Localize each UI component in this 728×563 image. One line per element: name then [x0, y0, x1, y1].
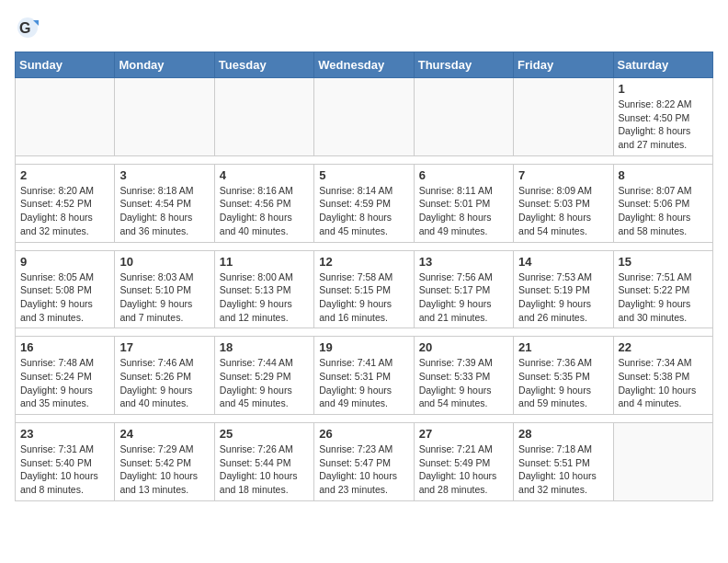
calendar-week-2: 2Sunrise: 8:20 AM Sunset: 4:52 PM Daylig…	[16, 164, 713, 242]
day-number: 7	[518, 168, 608, 182]
calendar-cell: 3Sunrise: 8:18 AM Sunset: 4:54 PM Daylig…	[115, 164, 214, 242]
calendar-week-3: 9Sunrise: 8:05 AM Sunset: 5:08 PM Daylig…	[16, 250, 713, 328]
day-header-monday: Monday	[115, 52, 214, 78]
day-number: 11	[220, 255, 309, 269]
day-info: Sunrise: 8:20 AM Sunset: 4:52 PM Dayligh…	[20, 184, 109, 238]
day-info: Sunrise: 7:51 AM Sunset: 5:22 PM Dayligh…	[619, 270, 708, 325]
calendar-cell: 24Sunrise: 7:29 AM Sunset: 5:42 PM Dayli…	[115, 423, 214, 501]
day-header-saturday: Saturday	[613, 52, 712, 78]
calendar-cell: 27Sunrise: 7:21 AM Sunset: 5:49 PM Dayli…	[414, 423, 513, 501]
calendar-cell: 23Sunrise: 7:31 AM Sunset: 5:40 PM Dayli…	[16, 423, 115, 501]
day-info: Sunrise: 7:31 AM Sunset: 5:40 PM Dayligh…	[20, 442, 109, 497]
calendar-cell: 21Sunrise: 7:36 AM Sunset: 5:35 PM Dayli…	[514, 337, 613, 415]
day-number: 4	[220, 168, 309, 182]
day-number: 1	[619, 82, 708, 96]
calendar-cell: 26Sunrise: 7:23 AM Sunset: 5:47 PM Dayli…	[314, 423, 414, 501]
day-number: 21	[518, 340, 608, 354]
calendar-cell: 22Sunrise: 7:34 AM Sunset: 5:38 PM Dayli…	[613, 337, 712, 415]
calendar-week-4: 16Sunrise: 7:48 AM Sunset: 5:24 PM Dayli…	[16, 337, 713, 415]
calendar-cell	[115, 78, 214, 156]
calendar-cell: 10Sunrise: 8:03 AM Sunset: 5:10 PM Dayli…	[115, 250, 214, 328]
day-info: Sunrise: 7:36 AM Sunset: 5:35 PM Dayligh…	[518, 356, 608, 410]
day-number: 23	[20, 427, 109, 441]
day-number: 6	[419, 168, 508, 182]
day-info: Sunrise: 7:44 AM Sunset: 5:29 PM Dayligh…	[220, 356, 309, 410]
calendar-cell: 16Sunrise: 7:48 AM Sunset: 5:24 PM Dayli…	[16, 337, 115, 415]
day-header-friday: Friday	[514, 52, 613, 78]
calendar-cell: 14Sunrise: 7:53 AM Sunset: 5:19 PM Dayli…	[514, 250, 613, 328]
day-header-wednesday: Wednesday	[314, 52, 414, 78]
calendar-cell: 13Sunrise: 7:56 AM Sunset: 5:17 PM Dayli…	[414, 250, 513, 328]
day-header-tuesday: Tuesday	[214, 52, 313, 78]
day-info: Sunrise: 8:14 AM Sunset: 4:59 PM Dayligh…	[319, 184, 408, 238]
day-number: 14	[518, 255, 608, 269]
calendar-cell: 1Sunrise: 8:22 AM Sunset: 4:50 PM Daylig…	[613, 78, 712, 156]
week-spacer	[16, 415, 713, 423]
logo-icon: G	[15, 15, 40, 40]
day-number: 28	[518, 427, 608, 441]
day-number: 16	[20, 340, 109, 354]
calendar-cell: 25Sunrise: 7:26 AM Sunset: 5:44 PM Dayli…	[214, 423, 313, 501]
calendar-cell: 11Sunrise: 8:00 AM Sunset: 5:13 PM Dayli…	[214, 250, 313, 328]
calendar-cell: 5Sunrise: 8:14 AM Sunset: 4:59 PM Daylig…	[314, 164, 414, 242]
day-info: Sunrise: 7:23 AM Sunset: 5:47 PM Dayligh…	[319, 442, 408, 497]
day-info: Sunrise: 8:22 AM Sunset: 4:50 PM Dayligh…	[619, 98, 708, 152]
day-info: Sunrise: 7:53 AM Sunset: 5:19 PM Dayligh…	[518, 270, 608, 325]
day-number: 25	[220, 427, 309, 441]
calendar-week-1: 1Sunrise: 8:22 AM Sunset: 4:50 PM Daylig…	[16, 78, 713, 156]
day-number: 5	[319, 168, 408, 182]
day-number: 24	[119, 427, 209, 441]
calendar-cell	[414, 78, 513, 156]
calendar-cell: 4Sunrise: 8:16 AM Sunset: 4:56 PM Daylig…	[214, 164, 313, 242]
calendar-cell: 7Sunrise: 8:09 AM Sunset: 5:03 PM Daylig…	[514, 164, 613, 242]
day-header-thursday: Thursday	[414, 52, 513, 78]
day-info: Sunrise: 7:56 AM Sunset: 5:17 PM Dayligh…	[419, 270, 508, 325]
week-spacer	[16, 155, 713, 164]
day-number: 26	[319, 427, 408, 441]
day-info: Sunrise: 7:26 AM Sunset: 5:44 PM Dayligh…	[220, 442, 309, 497]
day-info: Sunrise: 8:05 AM Sunset: 5:08 PM Dayligh…	[20, 270, 109, 325]
calendar-header-row: SundayMondayTuesdayWednesdayThursdayFrid…	[16, 52, 713, 78]
calendar-cell: 20Sunrise: 7:39 AM Sunset: 5:33 PM Dayli…	[414, 337, 513, 415]
day-info: Sunrise: 7:39 AM Sunset: 5:33 PM Dayligh…	[419, 356, 508, 410]
day-number: 3	[119, 168, 209, 182]
svg-text:G: G	[19, 20, 30, 36]
day-number: 8	[619, 168, 708, 182]
calendar-cell	[16, 78, 115, 156]
calendar-cell	[314, 78, 414, 156]
day-number: 2	[20, 168, 109, 182]
calendar-cell	[613, 423, 712, 501]
day-number: 19	[319, 340, 408, 354]
calendar-table: SundayMondayTuesdayWednesdayThursdayFrid…	[15, 52, 713, 501]
day-info: Sunrise: 7:41 AM Sunset: 5:31 PM Dayligh…	[319, 356, 408, 410]
day-info: Sunrise: 8:18 AM Sunset: 4:54 PM Dayligh…	[119, 184, 209, 238]
day-info: Sunrise: 8:16 AM Sunset: 4:56 PM Dayligh…	[220, 184, 309, 238]
day-info: Sunrise: 7:48 AM Sunset: 5:24 PM Dayligh…	[20, 356, 109, 410]
day-info: Sunrise: 7:58 AM Sunset: 5:15 PM Dayligh…	[319, 270, 408, 325]
calendar-cell: 28Sunrise: 7:18 AM Sunset: 5:51 PM Dayli…	[514, 423, 613, 501]
calendar-cell: 18Sunrise: 7:44 AM Sunset: 5:29 PM Dayli…	[214, 337, 313, 415]
calendar-cell	[214, 78, 313, 156]
week-spacer	[16, 328, 713, 337]
day-info: Sunrise: 8:00 AM Sunset: 5:13 PM Dayligh…	[220, 270, 309, 325]
page-header: G	[15, 15, 713, 40]
day-header-sunday: Sunday	[16, 52, 115, 78]
day-number: 12	[319, 255, 408, 269]
day-info: Sunrise: 7:34 AM Sunset: 5:38 PM Dayligh…	[619, 356, 708, 410]
day-info: Sunrise: 7:21 AM Sunset: 5:49 PM Dayligh…	[419, 442, 508, 497]
logo: G	[15, 15, 42, 40]
day-number: 18	[220, 340, 309, 354]
day-number: 20	[419, 340, 508, 354]
day-info: Sunrise: 8:09 AM Sunset: 5:03 PM Dayligh…	[518, 184, 608, 238]
day-number: 9	[20, 255, 109, 269]
day-info: Sunrise: 8:07 AM Sunset: 5:06 PM Dayligh…	[619, 184, 708, 238]
day-number: 17	[119, 340, 209, 354]
calendar-cell: 19Sunrise: 7:41 AM Sunset: 5:31 PM Dayli…	[314, 337, 414, 415]
calendar-cell: 12Sunrise: 7:58 AM Sunset: 5:15 PM Dayli…	[314, 250, 414, 328]
day-number: 15	[619, 255, 708, 269]
calendar-cell: 8Sunrise: 8:07 AM Sunset: 5:06 PM Daylig…	[613, 164, 712, 242]
day-info: Sunrise: 7:46 AM Sunset: 5:26 PM Dayligh…	[119, 356, 209, 410]
calendar-cell	[514, 78, 613, 156]
calendar-cell: 6Sunrise: 8:11 AM Sunset: 5:01 PM Daylig…	[414, 164, 513, 242]
day-info: Sunrise: 8:11 AM Sunset: 5:01 PM Dayligh…	[419, 184, 508, 238]
